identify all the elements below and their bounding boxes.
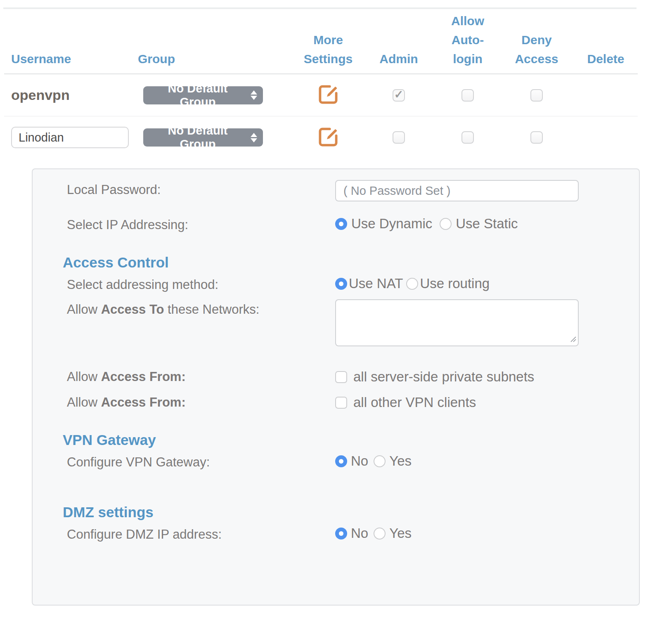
radio-vpn-gateway-yes-label[interactable]: Yes (389, 453, 412, 469)
access-from-subnets-checkbox[interactable] (335, 371, 347, 383)
deny-access-checkbox[interactable] (530, 89, 543, 102)
access-from-clients-label: Allow Access From: (67, 395, 186, 410)
access-from-subnets-row: all server-side private subnets (335, 369, 534, 385)
radio-use-nat-label[interactable]: Use NAT (349, 276, 403, 291)
configure-dmz-radiogroup: No Yes (335, 525, 417, 541)
radio-use-routing-label[interactable]: Use routing (420, 276, 490, 291)
header-delete: Delete (574, 50, 638, 69)
access-from-clients-checkbox-label[interactable]: all other VPN clients (353, 395, 476, 410)
radio-use-dynamic-label[interactable]: Use Dynamic (351, 216, 432, 232)
access-from-clients-row: all other VPN clients (335, 395, 476, 410)
local-password-label: Local Password: (67, 182, 161, 197)
allow-autologin-checkbox[interactable] (461, 89, 474, 102)
header-admin: Admin (362, 50, 436, 69)
ip-addressing-radiogroup: Use Dynamic Use Static (335, 216, 525, 232)
addressing-method-radiogroup: Use NAT Use routing (335, 276, 493, 291)
access-to-networks-label: Allow Access To these Networks: (67, 302, 259, 317)
top-divider (3, 7, 637, 9)
addressing-method-label: Select addressing method: (67, 277, 218, 292)
deny-access-checkbox[interactable] (530, 131, 543, 144)
access-to-networks-textarea[interactable] (335, 299, 579, 346)
radio-dmz-yes-label[interactable]: Yes (389, 525, 412, 541)
radio-dmz-yes[interactable] (374, 528, 386, 540)
radio-vpn-gateway-yes[interactable] (374, 455, 386, 467)
group-select[interactable]: No Default Group (143, 86, 263, 104)
group-select-value: No Default Group (151, 124, 245, 151)
access-from-subnets-label: Allow Access From: (67, 369, 186, 384)
up-down-arrows-icon (251, 133, 257, 142)
header-username: Username (4, 50, 138, 69)
header-more-settings: More Settings (295, 31, 362, 69)
ip-addressing-label: Select IP Addressing: (67, 218, 188, 232)
more-settings-button[interactable] (317, 125, 340, 150)
configure-vpn-gateway-label: Configure VPN Gateway: (67, 455, 210, 470)
access-from-clients-checkbox[interactable] (335, 397, 347, 409)
username-text: openvpn (4, 87, 138, 103)
table-header-row: Username Group More Settings Admin Allow… (4, 12, 638, 74)
admin-checkbox[interactable] (393, 131, 405, 144)
radio-vpn-gateway-no-label[interactable]: No (351, 453, 368, 469)
configure-vpn-gateway-radiogroup: No Yes (335, 453, 417, 469)
group-select-value: No Default Group (151, 82, 245, 109)
header-allow-autologin: Allow Auto- login (436, 12, 499, 69)
admin-checkbox[interactable]: ✓ (393, 89, 405, 102)
user-permissions-table: Username Group More Settings Admin Allow… (4, 12, 638, 159)
radio-use-static[interactable] (440, 218, 452, 230)
radio-use-static-label[interactable]: Use Static (456, 216, 518, 232)
access-from-subnets-checkbox-label[interactable]: all server-side private subnets (353, 369, 534, 385)
pencil-square-icon (317, 83, 340, 107)
table-row: No Default Group (4, 116, 638, 159)
radio-vpn-gateway-no[interactable] (335, 455, 347, 467)
header-group: Group (138, 50, 295, 69)
radio-use-nat[interactable] (335, 278, 347, 290)
allow-autologin-checkbox[interactable] (461, 131, 474, 144)
radio-use-routing[interactable] (406, 278, 418, 290)
radio-dmz-no-label[interactable]: No (351, 525, 368, 541)
configure-dmz-label: Configure DMZ IP address: (67, 527, 222, 542)
check-icon: ✓ (394, 89, 404, 100)
vpn-gateway-title: VPN Gateway (63, 432, 156, 448)
up-down-arrows-icon (251, 90, 257, 100)
pencil-square-icon (317, 125, 340, 150)
radio-use-dynamic[interactable] (335, 218, 347, 230)
dmz-settings-title: DMZ settings (63, 504, 154, 521)
header-deny-access: Deny Access (499, 31, 574, 69)
radio-dmz-no[interactable] (335, 528, 347, 540)
local-password-input[interactable] (335, 180, 579, 201)
group-select[interactable]: No Default Group (143, 128, 263, 147)
more-settings-button[interactable] (317, 83, 340, 107)
table-row: openvpn No Default Group ✓ (4, 74, 638, 116)
user-settings-panel: Local Password: Select IP Addressing: Us… (32, 168, 640, 606)
access-control-title: Access Control (63, 254, 169, 271)
new-username-input[interactable] (11, 127, 129, 148)
